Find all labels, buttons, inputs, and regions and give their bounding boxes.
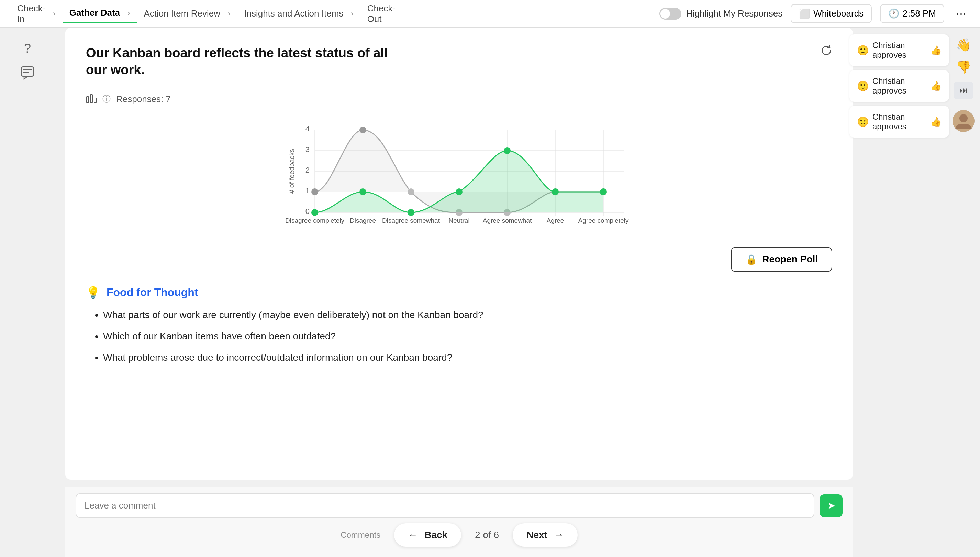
whiteboard-icon: ⬜ (799, 8, 810, 19)
lock-icon: 🔒 (745, 254, 757, 265)
reopen-poll-button[interactable]: 🔒 Reopen Poll (731, 247, 832, 272)
nav-step-label: Check- Out (367, 3, 396, 24)
svg-point-41 (407, 209, 414, 216)
fft-header: 💡 Food for Thought (86, 286, 832, 300)
reactions-column: 🙂 Christian approves 👍 🙂 Christian appro… (849, 34, 949, 138)
svg-text:Neutral: Neutral (448, 217, 469, 224)
right-sidebar: 🙂 Christian approves 👍 🙂 Christian appro… (863, 28, 980, 557)
reactions-group: 🙂 Christian approves 👍 🙂 Christian appro… (849, 34, 975, 138)
chart-meta: ⓘ Responses: 7 (86, 93, 832, 106)
svg-point-33 (359, 127, 366, 134)
arrow-left-icon: ← (408, 529, 417, 541)
help-icon[interactable]: ? (24, 41, 31, 56)
whiteboards-label: Whiteboards (813, 8, 863, 19)
reopen-poll-label: Reopen Poll (762, 254, 818, 265)
highlight-label: Highlight My Responses (686, 8, 782, 19)
next-button[interactable]: Next → (513, 523, 578, 547)
svg-text:0: 0 (305, 207, 310, 216)
svg-rect-3 (87, 97, 89, 103)
svg-text:Disagree: Disagree (350, 217, 376, 224)
svg-point-32 (312, 189, 318, 195)
clock-icon: 🕐 (888, 8, 899, 19)
time-label: 2:58 PM (903, 8, 936, 19)
top-navigation: Check- In › Gather Data › Action Item Re… (0, 0, 980, 28)
list-item: What parts of our work are currently (ma… (103, 308, 832, 322)
svg-rect-5 (94, 98, 96, 103)
more-options-button[interactable]: ⋯ (952, 5, 970, 22)
thumbsdown-emoji-button[interactable]: 👎 (956, 60, 972, 74)
svg-rect-0 (21, 67, 34, 77)
info-icon: ⓘ (102, 93, 110, 104)
svg-text:Disagree somewhat: Disagree somewhat (382, 217, 440, 224)
reaction-text-3: Christian approves (873, 112, 927, 131)
svg-text:Disagree completely: Disagree completely (285, 217, 345, 224)
svg-text:4: 4 (305, 124, 310, 133)
fft-title: Food for Thought (107, 286, 198, 299)
highlight-toggle-group[interactable]: Highlight My Responses (659, 8, 782, 20)
main-area: ? Our Kanban board reflects the latest s… (0, 28, 980, 557)
fft-list: What parts of our work are currently (ma… (86, 308, 832, 365)
chat-icon[interactable] (21, 66, 34, 83)
back-button[interactable]: ← Back (394, 523, 461, 547)
svg-point-34 (407, 189, 414, 195)
reaction-emoji-2: 🙂 (857, 80, 869, 92)
svg-point-45 (600, 189, 607, 195)
whiteboards-button[interactable]: ⬜ Whiteboards (791, 4, 872, 23)
reaction-card-3[interactable]: 🙂 Christian approves 👍 (849, 106, 949, 138)
nav-steps: Check- In › Gather Data › Action Item Re… (10, 0, 659, 28)
svg-point-39 (312, 209, 318, 216)
svg-text:Agree completely: Agree completely (578, 217, 629, 224)
reaction-text-1: Christian approves (873, 41, 927, 60)
back-label: Back (424, 529, 448, 541)
nav-step-label: Gather Data (70, 8, 120, 18)
chevron-icon: › (128, 8, 130, 18)
left-sidebar: ? (0, 28, 55, 557)
nav-step-label: Check- In (17, 3, 45, 24)
list-item: What problems arose due to incorrect/out… (103, 350, 832, 365)
reaction-emoji-3: 🙂 (857, 116, 869, 127)
refresh-icon[interactable] (821, 45, 832, 59)
svg-text:# of feedbacks: # of feedbacks (288, 149, 295, 194)
card-title: Our Kanban board reflects the latest sta… (86, 45, 395, 79)
svg-text:Agree somewhat: Agree somewhat (483, 217, 532, 224)
chart-container: 0 1 2 3 4 # of feedbacks Disagree comple… (86, 116, 832, 233)
content-card: Our Kanban board reflects the latest sta… (65, 28, 853, 480)
comment-input[interactable] (76, 493, 815, 518)
nav-step-action-item-review[interactable]: Action Item Review › (137, 5, 237, 22)
svg-text:1: 1 (305, 186, 310, 195)
nav-step-label: Action Item Review (144, 8, 220, 19)
avatar (952, 110, 975, 132)
time-button[interactable]: 🕐 2:58 PM (880, 4, 944, 23)
next-label: Next (526, 529, 547, 541)
reaction-icon-3: 👍 (931, 117, 941, 127)
bottom-area: ➤ Comments ← Back 2 of 6 Next → (65, 487, 853, 557)
svg-text:Agree: Agree (547, 217, 564, 224)
wave-emoji-button[interactable]: 👋 (956, 38, 972, 52)
nav-step-check-out[interactable]: Check- Out (360, 0, 402, 28)
nav-step-label: Insights and Action Items (244, 8, 343, 19)
reaction-emoji-1: 🙂 (857, 45, 869, 56)
card-header: Our Kanban board reflects the latest sta… (86, 45, 832, 79)
page-indicator: 2 of 6 (475, 529, 499, 541)
forward-button[interactable]: ⏭ (954, 82, 973, 99)
nav-step-insights[interactable]: Insights and Action Items › (237, 5, 360, 22)
chart-section: ⓘ Responses: 7 (86, 93, 832, 233)
send-button[interactable]: ➤ (820, 494, 842, 517)
reaction-card-2[interactable]: 🙂 Christian approves 👍 (849, 70, 949, 102)
highlight-toggle[interactable] (659, 8, 681, 20)
nav-step-check-in[interactable]: Check- In › (10, 0, 63, 28)
svg-rect-4 (90, 94, 92, 103)
responses-label: Responses: 7 (116, 94, 171, 104)
comments-label: Comments (341, 530, 380, 540)
svg-point-43 (504, 147, 511, 154)
chart-svg: 0 1 2 3 4 # of feedbacks Disagree comple… (86, 116, 832, 226)
svg-point-44 (552, 189, 559, 195)
reaction-card-1[interactable]: 🙂 Christian approves 👍 (849, 34, 949, 66)
food-for-thought-section: 💡 Food for Thought What parts of our wor… (86, 286, 832, 365)
chevron-icon: › (351, 9, 353, 18)
send-icon: ➤ (827, 500, 836, 511)
svg-point-40 (359, 189, 366, 195)
svg-text:3: 3 (305, 145, 310, 154)
arrow-right-icon: → (554, 529, 564, 541)
nav-step-gather-data[interactable]: Gather Data › (63, 4, 137, 23)
